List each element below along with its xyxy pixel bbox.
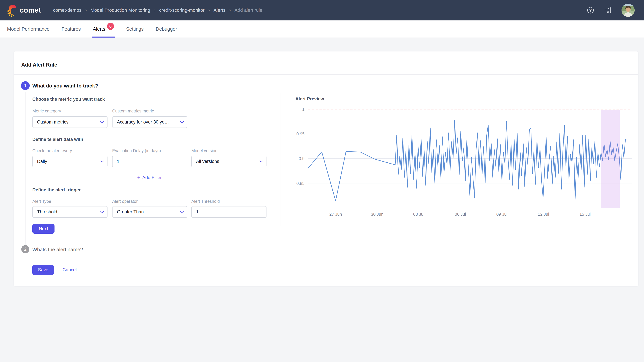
- section-header-data: Define te alert data with: [32, 137, 83, 142]
- chevron-down-icon: [176, 117, 187, 128]
- comet-logo-icon: [7, 4, 18, 17]
- alert-preview-pane: Alert Preview 10.950.90.8527 Jun30 Jun03…: [286, 93, 635, 224]
- step-2-indicator: 2: [21, 245, 29, 253]
- section-header-trigger: Define the alert trigger: [32, 187, 81, 193]
- add-filter-button[interactable]: + Add Filter: [32, 175, 266, 180]
- cancel-button[interactable]: Cancel: [62, 267, 77, 273]
- eval-delay-input[interactable]: 1: [112, 156, 187, 167]
- chevron-down-icon: [176, 206, 187, 217]
- step-1-title: What do you want to track?: [32, 83, 98, 89]
- breadcrumb-separator: ›: [85, 7, 87, 13]
- breadcrumb-item[interactable]: Alerts: [214, 7, 226, 13]
- alert-operator-select[interactable]: Greater Than: [112, 206, 187, 218]
- svg-text:15 Jul: 15 Jul: [580, 212, 591, 217]
- svg-text:?: ?: [589, 8, 592, 12]
- breadcrumb-item[interactable]: credit-scoring-monitor: [159, 7, 204, 13]
- alert-operator-label: Alert operator: [112, 199, 138, 204]
- svg-text:12 Jul: 12 Jul: [538, 212, 549, 217]
- svg-text:09 Jul: 09 Jul: [496, 212, 508, 217]
- page-title: Add Alert Rule: [21, 62, 57, 68]
- add-alert-rule-card: Add Alert Rule 1 What do you want to tra…: [14, 51, 638, 286]
- tab-alerts[interactable]: Alerts 6: [93, 20, 114, 37]
- model-version-label: Model version: [191, 148, 218, 153]
- svg-text:06 Jul: 06 Jul: [455, 212, 466, 217]
- breadcrumb-item[interactable]: comet-demos: [53, 7, 82, 13]
- breadcrumb-separator: ›: [229, 7, 231, 13]
- top-header: comet comet-demos › Model Production Mon…: [0, 0, 644, 20]
- header-actions: ?: [587, 4, 634, 17]
- alert-type-label: Alert Type: [32, 199, 51, 204]
- eval-delay-label: Evaluation Delay (in days): [112, 148, 161, 153]
- model-version-select[interactable]: All versions: [191, 156, 266, 167]
- alert-threshold-label: Alert Threshold: [191, 199, 220, 204]
- svg-text:0.85: 0.85: [296, 181, 304, 186]
- check-every-select[interactable]: Daily: [32, 156, 108, 167]
- metric-category-label: Metric category: [32, 109, 61, 113]
- chevron-down-icon: [256, 156, 266, 167]
- save-button[interactable]: Save: [32, 265, 54, 275]
- form-chart-divider: [280, 93, 281, 226]
- svg-text:03 Jul: 03 Jul: [413, 212, 424, 217]
- help-icon[interactable]: ?: [587, 6, 594, 14]
- card-divider: [14, 74, 638, 75]
- breadcrumb: comet-demos › Model Production Monitorin…: [53, 7, 262, 13]
- next-button[interactable]: Next: [32, 224, 54, 234]
- chevron-down-icon: [97, 156, 107, 167]
- avatar[interactable]: [622, 4, 634, 17]
- breadcrumb-item[interactable]: Model Production Monitoring: [90, 7, 150, 13]
- custom-metric-label: Custom metrics metric: [112, 109, 154, 113]
- chevron-down-icon: [97, 206, 107, 217]
- plus-icon: +: [137, 175, 140, 180]
- alerts-count-badge: 6: [107, 23, 114, 30]
- step-2-title: Whats the alert name?: [32, 247, 83, 252]
- chevron-down-icon: [97, 117, 107, 128]
- stepper-connector: [25, 92, 26, 245]
- logo-text: comet: [20, 6, 41, 14]
- section-header-metric: Choose the metric you want track: [32, 97, 105, 102]
- step-1-indicator: 1: [21, 81, 30, 90]
- svg-text:0.95: 0.95: [296, 132, 304, 136]
- alert-type-select[interactable]: Threshold: [32, 206, 108, 218]
- svg-text:30 Jun: 30 Jun: [371, 212, 384, 217]
- metric-category-select[interactable]: Custom metrics: [32, 116, 108, 128]
- check-every-label: Check the alert every: [32, 148, 72, 153]
- tab-model-performance[interactable]: Model Performance: [7, 20, 50, 37]
- breadcrumb-separator: ›: [208, 7, 210, 13]
- breadcrumb-item-current: Add alert rule: [234, 7, 262, 13]
- breadcrumb-separator: ›: [154, 7, 156, 13]
- alert-preview-chart: 10.950.90.8527 Jun30 Jun03 Jul06 Jul09 J…: [286, 93, 635, 224]
- svg-text:27 Jun: 27 Jun: [330, 212, 342, 217]
- custom-metric-select[interactable]: Accuracy for over 30 ye…: [112, 116, 187, 128]
- chart-highlight-band: [601, 110, 620, 208]
- tab-settings[interactable]: Settings: [126, 20, 144, 37]
- tab-debugger[interactable]: Debugger: [156, 20, 177, 37]
- svg-text:0.9: 0.9: [299, 156, 304, 161]
- tab-features[interactable]: Features: [62, 20, 81, 37]
- tab-bar: Model Performance Features Alerts 6 Sett…: [0, 20, 644, 38]
- alert-threshold-input[interactable]: 1: [191, 206, 266, 218]
- comet-logo[interactable]: comet: [7, 4, 41, 17]
- megaphone-icon[interactable]: [604, 6, 612, 14]
- svg-text:1: 1: [302, 107, 304, 111]
